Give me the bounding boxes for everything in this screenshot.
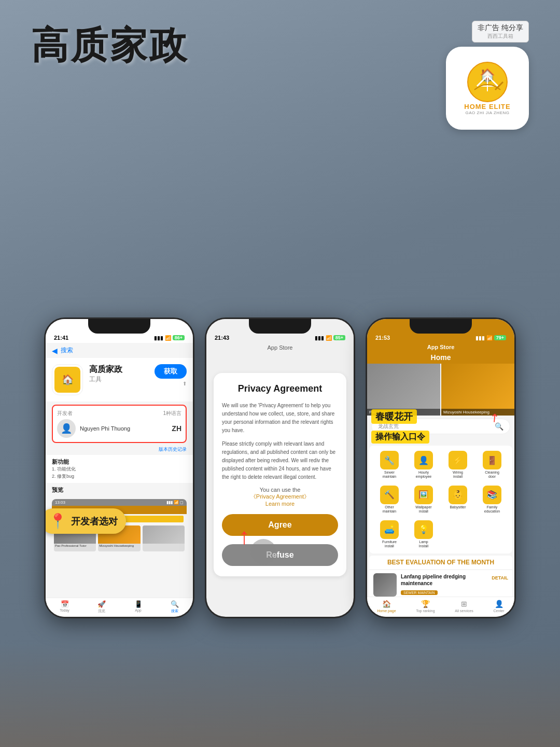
- furniture-icon: 🛋️: [380, 520, 399, 539]
- non-ad-badge: 非广告 纯分享 西西工具箱: [472, 21, 529, 43]
- left-nav[interactable]: ◀ 搜索: [46, 343, 193, 358]
- dev-name: Nguyen Phi Thuong: [80, 425, 130, 432]
- privacy-card: Privacy Agreement We will use the 'Priva…: [214, 373, 346, 576]
- main-title: 高质家政: [31, 21, 436, 71]
- service-sewer[interactable]: 🔧 Sewermaintain: [373, 449, 405, 481]
- privacy-link-section: You can use the 《Privacy Agreement》 Lear…: [222, 487, 338, 507]
- home-elite-logo-icon: 🏠: [467, 61, 508, 103]
- mini-card-label-1: Pao Professional Tutor: [54, 544, 96, 548]
- privacy-title: Privacy Agreement: [222, 383, 338, 394]
- refuse-button[interactable]: Refuse: [222, 544, 338, 566]
- tab-today-label: Today: [60, 608, 69, 612]
- middle-status-bar: 21:43 ▮▮▮📶85+: [206, 319, 354, 343]
- tab-top-ranking[interactable]: 🏆 Top ranking: [416, 600, 435, 613]
- service-wiring[interactable]: ⚡ Wiringinstall: [442, 449, 474, 481]
- sewer-label: Sewermaintain: [383, 471, 396, 479]
- spring-text-overlay: 春暖花开: [371, 409, 417, 424]
- service-babysitter[interactable]: 👶 Babysitter: [442, 483, 474, 516]
- tab-all-services[interactable]: ⊞ All services: [455, 600, 473, 613]
- top-section: 高质家政 非广告 纯分享 西西工具箱 🏠 HOME ELITE GAO ZHI …: [0, 0, 560, 140]
- service-lamp[interactable]: 💡 LampInstall: [408, 518, 440, 551]
- learn-more-link[interactable]: Learn more: [222, 501, 338, 507]
- eval-img: [373, 573, 397, 597]
- service-wallpaper[interactable]: 🖼️ Wallpaperinstall: [408, 483, 440, 516]
- developer-card: 👤 Nguyen Phi Thuong ZH: [57, 419, 181, 438]
- tab-app-label: App: [135, 608, 141, 612]
- developer-label: 开发者: [57, 410, 73, 417]
- cleaning-icon: 🚪: [483, 451, 501, 469]
- service-other[interactable]: 🔨 Othermaintain: [373, 483, 405, 516]
- other-icon: 🔨: [380, 486, 399, 504]
- dev-avatar: 👤: [57, 419, 76, 438]
- pin-icon: 📍: [49, 513, 67, 530]
- can-use-text: You can use the: [222, 487, 338, 493]
- mini-card-label-2: Mizuyoshi Housekeeping: [98, 544, 140, 548]
- best-eval-header: BEST EVALUATION OF THE MONTH: [369, 556, 512, 569]
- svg-text:🏠: 🏠: [62, 374, 74, 385]
- detail-button[interactable]: DETAIL: [492, 573, 508, 580]
- tab-center[interactable]: 👤 Center: [494, 600, 505, 613]
- left-status-bar: 21:41 ▮▮▮📶86+: [46, 319, 193, 343]
- tab-today[interactable]: 📅 Today: [60, 600, 69, 614]
- middle-time: 21:43: [215, 335, 229, 341]
- search-bar-text: 龙战玄荒: [378, 423, 491, 430]
- middle-status-icons: ▮▮▮📶85+: [315, 335, 345, 341]
- privacy-agreement-link[interactable]: 《Privacy Agreement》: [222, 493, 338, 501]
- tab-services-label: All services: [455, 609, 473, 613]
- app-category: 工具: [89, 375, 148, 384]
- center-icon: 👤: [495, 600, 503, 608]
- left-time: 21:41: [54, 335, 68, 341]
- right-store-label: App Store: [367, 343, 514, 351]
- privacy-link-text: 《Privacy Agreement》: [250, 493, 310, 500]
- phone-left-screen: 21:41 ▮▮▮📶86+ ◀ 搜索 🏠 高质家政: [46, 319, 193, 617]
- education-label: Familyeducation: [484, 505, 500, 514]
- tab-app[interactable]: 📱 App: [134, 600, 143, 614]
- pin-annotation: 📍 开发者选对: [46, 508, 126, 534]
- hourly-label: Hourlyemployee: [416, 471, 431, 479]
- dev-initials: ZH: [172, 424, 181, 433]
- left-status-icons: ▮▮▮📶86+: [154, 335, 185, 341]
- phone-left: 21:41 ▮▮▮📶86+ ◀ 搜索 🏠 高质家政: [44, 317, 194, 618]
- ranking-icon: 🏆: [421, 600, 430, 608]
- hero-img-left: Pao Professional Tutor: [367, 364, 440, 416]
- right-screen: 21:53 ▮▮▮📶79+ App Store Home Pao Profess…: [367, 319, 514, 617]
- language-label: 1种语言: [163, 410, 181, 417]
- phones-row: 21:41 ▮▮▮📶86+ ◀ 搜索 🏠 高质家政: [10, 317, 550, 618]
- phone-middle: 21:43 ▮▮▮📶85+ App Store Privacy Agreemen…: [205, 317, 355, 618]
- lamp-label: LampInstall: [419, 540, 428, 549]
- back-arrow-icon[interactable]: ◀: [52, 347, 58, 355]
- tab-home-page[interactable]: 🏠 Home page: [377, 600, 396, 613]
- left-tab-bar: 📅 Today 🚀 流览 📱 App 🔍 搜索: [46, 598, 193, 617]
- tab-search[interactable]: 🔍 搜索: [171, 600, 179, 614]
- tab-ranking-label: Top ranking: [416, 609, 435, 613]
- circle-indicator: [250, 539, 276, 565]
- cleaning-label: Cleaningdoor: [485, 471, 499, 479]
- eval-info: Lanfang pipeline dredging maintenance SE…: [401, 573, 487, 596]
- mini-card-img-3: [143, 525, 185, 544]
- service-education[interactable]: 📚 Familyeducation: [476, 483, 508, 516]
- get-button[interactable]: 获取: [155, 364, 187, 379]
- wallpaper-label: Wallpaperinstall: [415, 505, 431, 514]
- eval-title: Lanfang pipeline dredging maintenance: [401, 573, 487, 587]
- share-icon[interactable]: ⬆: [183, 381, 187, 386]
- logo-box: 🏠 HOME ELITE GAO ZHI JIA ZHENG: [446, 47, 529, 130]
- service-cleaning[interactable]: 🚪 Cleaningdoor: [476, 449, 508, 481]
- version-history-link[interactable]: 版本历史记录: [46, 446, 193, 455]
- mini-card-3: [143, 525, 185, 551]
- fix2: 2. 修复bug: [52, 473, 187, 480]
- trending-icon: 🚀: [97, 600, 106, 608]
- service-furniture[interactable]: 🛋️ Furnitureinstall: [373, 518, 405, 551]
- annotation-text: 开发者选对: [71, 515, 118, 528]
- fix1: 1. 功能优化: [52, 466, 187, 473]
- agree-button[interactable]: Agree: [222, 514, 338, 536]
- new-feat-title: 新功能: [52, 458, 187, 466]
- badge-text: 非广告 纯分享: [478, 23, 523, 33]
- app-icon: 📱: [134, 600, 143, 608]
- tab-trending-label: 流览: [98, 608, 105, 614]
- new-features-section: 新功能 1. 功能优化 2. 修复bug: [46, 455, 193, 483]
- service-hourly[interactable]: 👤 Hourlyemployee: [408, 449, 440, 481]
- middle-screen: 21:43 ▮▮▮📶85+ App Store Privacy Agreemen…: [206, 319, 354, 617]
- input-hint-overlay: 操作输入口令: [371, 431, 429, 444]
- mini-time: 13:03: [55, 500, 65, 505]
- tab-trending[interactable]: 🚀 流览: [97, 600, 106, 614]
